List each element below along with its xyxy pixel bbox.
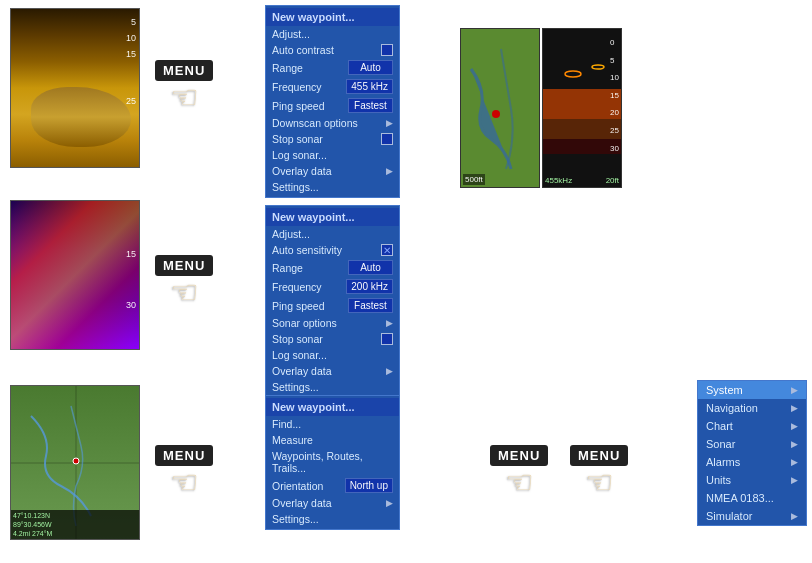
sys-menu-item-alarms[interactable]: Alarms ▶ — [698, 453, 806, 471]
menu-item-waypoints[interactable]: Waypoints, Routes, Trails... — [266, 448, 399, 476]
sys-arrow-system: ▶ — [791, 385, 798, 395]
menu-item-adjust-top[interactable]: Adjust... — [266, 26, 399, 42]
menu-header-bot[interactable]: New waypoint... — [266, 398, 399, 416]
svg-point-2 — [73, 458, 79, 464]
menu-header-top[interactable]: New waypoint... — [266, 8, 399, 26]
menu-header-mid[interactable]: New waypoint... — [266, 208, 399, 226]
sys-menu-item-units[interactable]: Units ▶ — [698, 471, 806, 489]
sonar-panel-mid-left: 15 30 — [10, 200, 140, 350]
hand-icon-bot-mid2: ☞ — [585, 466, 614, 498]
device-screen-sonar-right: 2.65 455kHz 20ft 0 5 10 15 20 25 30 — [542, 28, 622, 188]
menu-button-bot-left[interactable]: MENU ☞ — [155, 445, 213, 498]
menu-item-stop-sonar-top[interactable]: Stop sonar — [266, 131, 399, 147]
menu-panel-top: New waypoint... Adjust... Auto contrast … — [265, 5, 400, 198]
menu-btn-label-mid[interactable]: MENU — [155, 255, 213, 276]
sonar-panel-bot-left: 47°10.123N 89°30.456W 4.2mi 274°M — [10, 385, 140, 540]
depth-scale-top: 5 10 15 25 — [126, 14, 136, 109]
menu-item-overlay-bot[interactable]: Overlay data ▶ — [266, 495, 399, 511]
menu-item-settings-mid[interactable]: Settings... — [266, 379, 399, 395]
menu-item-overlay-mid[interactable]: Overlay data ▶ — [266, 363, 399, 379]
map-svg-top-right — [461, 29, 540, 188]
menu-btn-label-bot-left[interactable]: MENU — [155, 445, 213, 466]
menu-item-settings-bot[interactable]: Settings... — [266, 511, 399, 527]
overlay-arrow-top: ▶ — [386, 166, 393, 176]
overlay-arrow-bot: ▶ — [386, 498, 393, 508]
hand-icon-bot-mid1: ☞ — [505, 466, 534, 498]
overlay-arrow-mid: ▶ — [386, 366, 393, 376]
sys-arrow-alarms: ▶ — [791, 457, 798, 467]
menu-btn-label-top[interactable]: MENU — [155, 60, 213, 81]
freq-value-top[interactable]: 455 kHz — [346, 79, 393, 94]
menu-panel-bot: New waypoint... Find... Measure Waypoint… — [265, 395, 400, 530]
ping-value-mid[interactable]: Fastest — [348, 298, 393, 313]
menu-item-log-sonar-mid[interactable]: Log sonar... — [266, 347, 399, 363]
menu-item-range-top[interactable]: Range Auto — [266, 58, 399, 77]
menu-btn-label-bot-mid1[interactable]: MENU — [490, 445, 548, 466]
stop-sonar-checkbox-top[interactable] — [381, 133, 393, 145]
sys-menu-item-simulator[interactable]: Simulator ▶ — [698, 507, 806, 525]
orientation-value[interactable]: North up — [345, 478, 393, 493]
menu-item-freq-mid[interactable]: Frequency 200 kHz — [266, 277, 399, 296]
sonar-range-label: 20ft — [606, 176, 619, 185]
menu-button-bot-mid1[interactable]: MENU ☞ — [490, 445, 548, 498]
menu-button-top[interactable]: MENU ☞ — [155, 60, 213, 113]
menu-item-orientation[interactable]: Orientation North up — [266, 476, 399, 495]
stop-sonar-checkbox-mid[interactable] — [381, 333, 393, 345]
range-value-mid[interactable]: Auto — [348, 260, 393, 275]
sonar-options-arrow: ▶ — [386, 318, 393, 328]
sys-menu-item-nmea[interactable]: NMEA 0183... — [698, 489, 806, 507]
menu-item-settings-top[interactable]: Settings... — [266, 179, 399, 195]
sys-arrow-sonar: ▶ — [791, 439, 798, 449]
sys-menu-item-chart[interactable]: Chart ▶ — [698, 417, 806, 435]
sonar-panel-top-left: 5 10 15 25 — [10, 8, 140, 168]
menu-item-auto-sensitivity[interactable]: Auto sensitivity — [266, 242, 399, 258]
map-scale-bar: 500ft — [463, 174, 485, 185]
hand-icon-bot-left: ☞ — [170, 466, 199, 498]
hand-icon-mid: ☞ — [170, 276, 199, 308]
sonar-freq-label: 455kHz — [545, 176, 572, 185]
freq-value-mid[interactable]: 200 kHz — [346, 279, 393, 294]
menu-item-ping-top[interactable]: Ping speed Fastest — [266, 96, 399, 115]
sys-menu-item-system[interactable]: System ▶ — [698, 381, 806, 399]
sys-menu-item-navigation[interactable]: Navigation ▶ — [698, 399, 806, 417]
sys-menu-item-sonar[interactable]: Sonar ▶ — [698, 435, 806, 453]
menu-panel-mid: New waypoint... Adjust... Auto sensitivi… — [265, 205, 400, 398]
auto-contrast-checkbox[interactable] — [381, 44, 393, 56]
depth-scale-mid: 15 30 — [126, 206, 136, 313]
menu-item-downscan[interactable]: Downscan options ▶ — [266, 115, 399, 131]
menu-item-find[interactable]: Find... — [266, 416, 399, 432]
menu-button-bot-mid2[interactable]: MENU ☞ — [570, 445, 628, 498]
menu-item-ping-mid[interactable]: Ping speed Fastest — [266, 296, 399, 315]
menu-item-measure[interactable]: Measure — [266, 432, 399, 448]
sonar-info-bar: 47°10.123N 89°30.456W 4.2mi 274°M — [11, 510, 139, 539]
menu-item-auto-contrast[interactable]: Auto contrast — [266, 42, 399, 58]
hand-icon-top: ☞ — [170, 81, 199, 113]
sys-arrow-navigation: ▶ — [791, 403, 798, 413]
menu-item-freq-top[interactable]: Frequency 455 kHz — [266, 77, 399, 96]
menu-item-sonar-options[interactable]: Sonar options ▶ — [266, 315, 399, 331]
device-screen-map: 2.76 500ft — [460, 28, 540, 188]
menu-item-adjust-mid[interactable]: Adjust... — [266, 226, 399, 242]
device-group-top-right: 2.76 500ft 2.65 455kHz 20ft 0 5 10 — [460, 28, 622, 188]
menu-btn-label-bot-mid2[interactable]: MENU — [570, 445, 628, 466]
sys-arrow-simulator: ▶ — [791, 511, 798, 521]
system-menu: System ▶ Navigation ▶ Chart ▶ Sonar ▶ Al… — [697, 380, 807, 526]
menu-item-range-mid[interactable]: Range Auto — [266, 258, 399, 277]
menu-button-mid[interactable]: MENU ☞ — [155, 255, 213, 308]
sonar-depth-scale-right: 0 5 10 15 20 25 30 — [610, 34, 619, 157]
menu-item-stop-sonar-mid[interactable]: Stop sonar — [266, 331, 399, 347]
sys-arrow-chart: ▶ — [791, 421, 798, 431]
svg-rect-3 — [461, 29, 540, 188]
sonar-color-overlay — [11, 201, 139, 349]
sys-arrow-units: ▶ — [791, 475, 798, 485]
ping-value-top[interactable]: Fastest — [348, 98, 393, 113]
range-value-top[interactable]: Auto — [348, 60, 393, 75]
downscan-arrow: ▶ — [386, 118, 393, 128]
auto-sensitivity-checkbox[interactable] — [381, 244, 393, 256]
menu-item-log-sonar-top[interactable]: Log sonar... — [266, 147, 399, 163]
svg-point-4 — [492, 110, 500, 118]
menu-item-overlay-top[interactable]: Overlay data ▶ — [266, 163, 399, 179]
